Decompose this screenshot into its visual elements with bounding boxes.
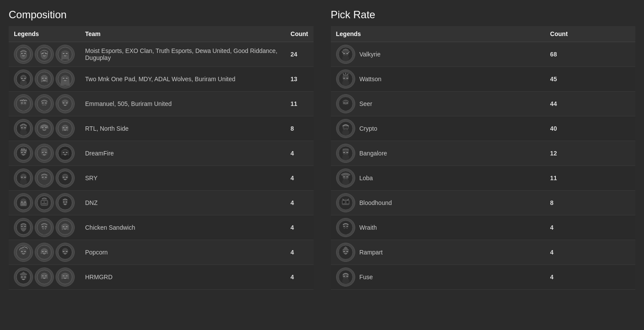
team-cell: RTL, North Side — [80, 116, 285, 141]
comp-header-team: Team — [80, 26, 285, 42]
legend-avatar-6-2 — [56, 193, 75, 212]
svg-point-45 — [20, 129, 27, 135]
svg-rect-90 — [41, 200, 48, 206]
pick-rate-legend-name: Loba — [360, 175, 373, 182]
pr-count-cell: 68 — [545, 42, 635, 67]
svg-point-36 — [41, 106, 48, 111]
table-row: Crypto40 — [331, 116, 636, 141]
svg-point-78 — [62, 174, 68, 180]
pick-rate-legend-cell: Valkyrie — [336, 45, 540, 64]
table-row: Fuse4 — [331, 265, 636, 290]
svg-point-31 — [20, 105, 27, 111]
team-cell: HRMGRD — [80, 265, 285, 290]
legends-cell — [14, 144, 75, 163]
legend-avatar-8-1 — [35, 243, 54, 262]
count-cell: 4 — [285, 265, 313, 290]
legend-avatar-7-0 — [14, 218, 33, 237]
pick-rate-legend-name: Fuse — [360, 274, 373, 280]
svg-point-156 — [342, 129, 349, 135]
table-row: Bloodhound8 — [331, 191, 636, 215]
table-row: DNZ4 — [9, 191, 314, 215]
count-cell: 11 — [285, 92, 313, 116]
legend-avatar-4-0 — [14, 144, 33, 163]
legend-avatar-0-1 — [35, 45, 54, 64]
pr-count-cell: 44 — [545, 92, 635, 116]
team-cell: DNZ — [80, 191, 285, 215]
legend-avatar-7-2 — [56, 218, 75, 237]
count-cell: 4 — [285, 166, 313, 191]
team-cell: Emmanuel, 505, Buriram United — [80, 92, 285, 116]
composition-section: Composition Legends Team Count Moist Esp… — [9, 9, 314, 290]
team-cell: DreamFire — [80, 141, 285, 166]
composition-header-row: Legends Team Count — [9, 26, 314, 42]
table-row: Popcorn4 — [9, 240, 314, 265]
table-row: Wattson45 — [331, 67, 636, 92]
pick-rate-legend-name: Wattson — [360, 76, 382, 82]
svg-point-151 — [342, 105, 349, 111]
table-row: SRY4 — [9, 166, 314, 191]
pick-rate-legend-cell: Bloodhound — [336, 193, 540, 212]
legend-avatar-3-1 — [35, 119, 54, 138]
comp-header-count: Count — [285, 26, 313, 42]
table-row: Moist Esports, EXO Clan, Truth Esports, … — [9, 42, 314, 67]
legend-avatar-8-2 — [56, 243, 75, 262]
svg-point-185 — [342, 278, 349, 284]
legend-avatar-0-2 — [56, 45, 75, 64]
svg-point-76 — [41, 180, 48, 185]
pr-legend-avatar-7 — [336, 218, 355, 237]
legends-cell — [14, 69, 75, 89]
table-row: Rampart4 — [331, 240, 636, 265]
legends-cell — [14, 193, 75, 212]
legend-avatar-1-1 — [35, 69, 54, 89]
legend-avatar-6-1 — [35, 193, 54, 212]
svg-point-60 — [41, 148, 47, 152]
legend-avatar-1-2 — [56, 69, 75, 89]
table-row: Chicken Sandwich4 — [9, 215, 314, 240]
team-cell: Two Mnk One Pad, MDY, ADAL Wolves, Burir… — [80, 67, 285, 92]
pr-header-legends: Legends — [331, 26, 545, 42]
legend-avatar-2-0 — [14, 94, 33, 113]
comp-header-legends: Legends — [9, 26, 80, 42]
table-row: Two Mnk One Pad, MDY, ADAL Wolves, Burir… — [9, 67, 314, 92]
legends-cell — [14, 218, 75, 237]
legend-avatar-9-1 — [35, 267, 54, 287]
pr-legend-avatar-5 — [336, 168, 355, 188]
team-cell: Chicken Sandwich — [80, 215, 285, 240]
pick-rate-legend-name: Seer — [360, 100, 373, 107]
legend-avatar-4-1 — [35, 144, 54, 163]
svg-point-171 — [346, 201, 348, 203]
legend-avatar-0-0 — [14, 45, 33, 64]
pr-legend-avatar-8 — [336, 243, 355, 262]
pick-rate-legend-cell: Bangalore — [336, 144, 540, 163]
table-row: Seer44 — [331, 92, 636, 116]
svg-point-120 — [62, 248, 68, 254]
svg-point-161 — [342, 154, 349, 160]
pr-count-cell: 11 — [545, 166, 635, 191]
composition-table: Legends Team Count Moist Esports, EXO Cl… — [9, 26, 314, 290]
legends-cell — [14, 45, 75, 64]
pick-rate-legend-cell: Wattson — [336, 69, 540, 89]
legend-avatar-2-2 — [56, 94, 75, 113]
table-row: Loba11 — [331, 166, 636, 191]
table-row: HRMGRD4 — [9, 265, 314, 290]
count-cell: 4 — [285, 240, 313, 265]
pick-rate-legend-cell: Seer — [336, 94, 540, 113]
table-row: Valkyrie68 — [331, 42, 636, 67]
svg-point-150 — [344, 102, 347, 104]
pr-legend-avatar-9 — [336, 267, 355, 287]
legend-avatar-7-1 — [35, 218, 54, 237]
table-row: Emmanuel, 505, Buriram United11 — [9, 92, 314, 116]
svg-rect-155 — [346, 127, 347, 129]
legend-avatar-1-0 — [14, 69, 33, 89]
pr-legend-avatar-2 — [336, 94, 355, 113]
pr-header-count: Count — [545, 26, 635, 42]
pickrate-table: Legends Count Valkyrie68Wattson45Seer44C… — [331, 26, 636, 290]
pick-rate-legend-cell: Crypto — [336, 119, 540, 138]
pickrate-section: Pick Rate Legends Count Valkyrie68Wattso… — [331, 9, 636, 290]
svg-rect-125 — [20, 274, 27, 275]
pr-count-cell: 40 — [545, 116, 635, 141]
count-cell: 4 — [285, 215, 313, 240]
pr-count-cell: 4 — [545, 215, 635, 240]
pick-rate-legend-cell: Rampart — [336, 243, 540, 262]
pr-count-cell: 8 — [545, 191, 635, 215]
